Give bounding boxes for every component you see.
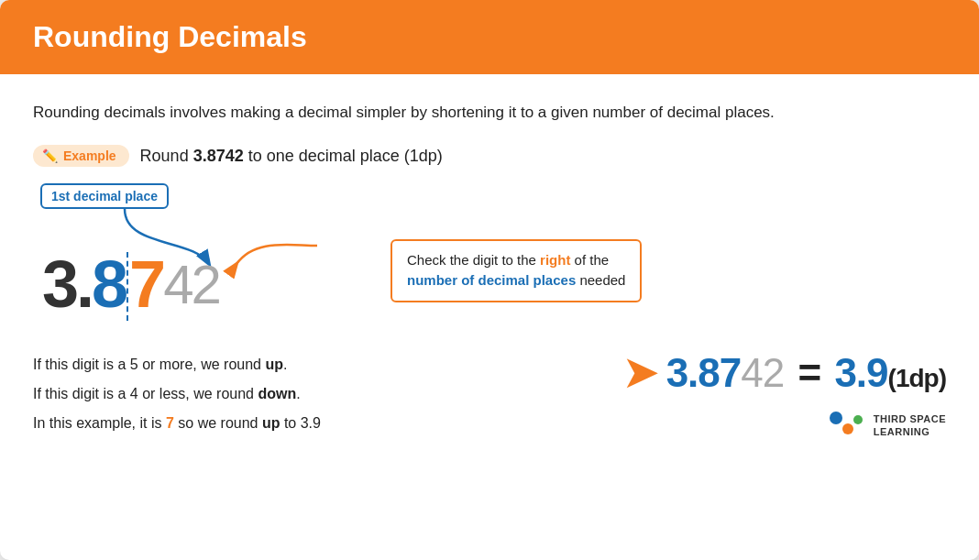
svg-point-2 [853,415,863,424]
logo-line1: THIRD SPACE [874,412,946,425]
header-section: Rounding Decimals [0,0,979,74]
page-title: Rounding Decimals [33,20,946,54]
result-eq-blue: 3.87 [666,350,742,395]
example-badge-label: Example [63,148,116,163]
digit-7: 7 [129,247,163,322]
svg-point-0 [830,412,842,424]
logo-line2: LEARNING [874,425,946,438]
callout-line1-pre: Check the digit to the [407,252,540,268]
rule1-bold: up [265,357,283,372]
pencil-icon: ✏️ [42,148,58,163]
third-space-logo-icon [826,409,866,442]
rule1-post: . [283,357,287,372]
rule3-bold: up [262,415,280,431]
example-number: 3.8742 [193,147,244,165]
svg-point-1 [842,423,853,434]
number-diagram: 1st decimal place [33,183,363,330]
digit-rest: 42 [163,253,219,316]
rule3-orange: 7 [166,415,174,431]
callout-line2-post: needed [576,272,625,288]
main-card: Rounding Decimals Rounding decimals invo… [0,0,979,560]
rule-1: If this digit is a 5 or more, we round u… [33,350,596,379]
rule3-mid: so we round [174,415,262,431]
logo-text: THIRD SPACE LEARNING [874,412,946,439]
digit-8: 8 [92,247,126,322]
result-dp-label: (1dp) [888,364,946,392]
example-row: ✏️ Example Round 3.8742 to one decimal p… [33,145,946,167]
example-problem: Round 3.8742 to one decimal place (1dp) [140,147,443,166]
rule-2: If this digit is a 4 or less, we round d… [33,379,596,409]
rule3-post: to 3.9 [280,415,320,431]
bottom-section: If this digit is a 5 or more, we round u… [33,350,946,442]
result-eq-answer: 3.9 [834,350,887,395]
result-arrow: ➤ [623,353,657,393]
rule2-post: . [296,386,300,401]
callout-line1-post: of the [570,252,609,268]
rule-3: In this example, it is 7 so we round up … [33,409,596,438]
result-row: ➤ 3.8742 = 3.9(1dp) [623,350,946,396]
big-number: 3.8742 [42,247,219,322]
example-badge: ✏️ Example [33,145,129,167]
callout-decimal-highlight: number of decimal places [407,272,576,288]
result-area: ➤ 3.8742 = 3.9(1dp) [623,350,946,442]
callout-box: Check the digit to the right of thenumbe… [390,239,642,302]
rule2-pre: If this digit is a 4 or less, we round [33,386,258,401]
result-eq-equals: = [798,350,830,395]
rule2-bold: down [258,386,296,401]
rule1-pre: If this digit is a 5 or more, we round [33,357,265,372]
result-eq-grey: 42 [741,350,784,395]
digit-int: 3. [42,247,92,322]
diagram-area: 1st decimal place [33,183,946,330]
rule3-pre: In this example, it is [33,415,166,431]
digit-separator-line [126,252,128,321]
result-equation: 3.8742 = 3.9(1dp) [666,350,946,396]
content-section: Rounding decimals involves making a deci… [0,74,979,460]
callout-right-highlight: right [540,252,570,268]
rules-text: If this digit is a 5 or more, we round u… [33,350,596,438]
logo-area: THIRD SPACE LEARNING [826,409,946,442]
intro-text: Rounding decimals involves making a deci… [33,100,946,125]
